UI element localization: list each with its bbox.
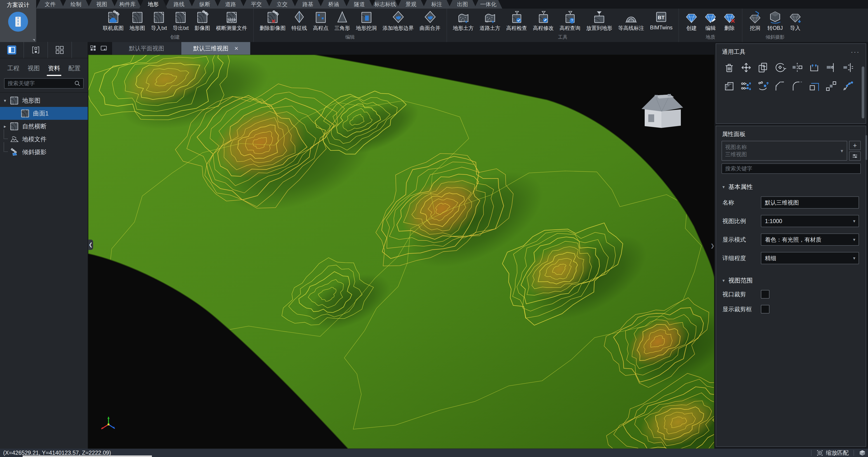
ribbon-button-编辑[interactable]: 编辑 bbox=[701, 8, 720, 32]
collapse-panel-icon[interactable]: ❯ bbox=[711, 241, 714, 250]
ribbon-button-导入[interactable]: 导入 bbox=[786, 8, 805, 32]
select-显示模式[interactable]: 着色：有光照，有材质 bbox=[761, 234, 859, 246]
rotate-icon[interactable] bbox=[774, 61, 786, 74]
app-logo-button[interactable] bbox=[8, 12, 28, 32]
ribbon-button-等高线标注[interactable]: 等高线标注 bbox=[615, 8, 647, 32]
tree-item-倾斜摄影[interactable]: 倾斜摄影 bbox=[0, 146, 88, 158]
tree-item-地形图[interactable]: ▾地形图 bbox=[0, 94, 88, 107]
spline-icon[interactable] bbox=[842, 80, 855, 92]
checkbox-显示裁剪框[interactable] bbox=[761, 305, 770, 313]
menu-tab-一体化[interactable]: 一体化 bbox=[474, 0, 502, 8]
section-header-基本属性[interactable]: ▾基本属性 bbox=[716, 174, 866, 193]
menu-tab-纵断[interactable]: 纵断 bbox=[191, 0, 219, 8]
sidebar-search-input[interactable] bbox=[4, 79, 83, 88]
ribbon-button-添加地形边界[interactable]: 添加地形边界 bbox=[380, 8, 417, 32]
ribbon-button-高程检查[interactable]: 高程检查 bbox=[503, 8, 530, 32]
insert-icon[interactable] bbox=[808, 61, 820, 74]
house-orientation-widget[interactable] bbox=[640, 88, 686, 129]
input-名称[interactable]: 默认三维视图 bbox=[761, 196, 859, 209]
title-expander-icon[interactable] bbox=[33, 39, 35, 41]
chamfer-icon[interactable] bbox=[774, 80, 786, 92]
menu-tab-景观[interactable]: 景观 bbox=[397, 0, 425, 8]
view-tab-默认平面视图[interactable]: 默认平面视图 bbox=[112, 42, 181, 55]
select-视图比例[interactable]: 1:1000 bbox=[761, 215, 859, 227]
tree-item-自然横断[interactable]: ▸自然横断 bbox=[0, 120, 88, 133]
filter-list-icon[interactable] bbox=[849, 151, 861, 161]
menu-tab-标注[interactable]: 标注 bbox=[423, 0, 451, 8]
scale-icon[interactable] bbox=[808, 80, 820, 92]
sidebar-tab-资料[interactable]: 资料 bbox=[47, 60, 61, 77]
menu-tab-桥涵[interactable]: 桥涵 bbox=[320, 0, 348, 8]
more-options-icon[interactable]: ··· bbox=[851, 49, 860, 56]
collapse-sidebar-icon[interactable]: ❮ bbox=[88, 240, 93, 250]
menu-tab-立交[interactable]: 立交 bbox=[268, 0, 296, 8]
properties-scrollbar[interactable] bbox=[865, 135, 867, 160]
ribbon-button-横断测量文件[interactable]: 横断测量文件 bbox=[213, 8, 250, 32]
menu-tab-隧道[interactable]: 隧道 bbox=[345, 0, 373, 8]
align-icon[interactable] bbox=[825, 61, 837, 74]
copy-icon[interactable] bbox=[757, 61, 770, 74]
ribbon-button-转OBJ[interactable]: 转OBJ bbox=[765, 8, 786, 32]
menu-tab-平交[interactable]: 平交 bbox=[242, 0, 270, 8]
delete-icon[interactable] bbox=[723, 61, 736, 74]
fillet-icon[interactable] bbox=[791, 80, 804, 92]
menu-tab-构件库[interactable]: 构件库 bbox=[114, 0, 142, 8]
menu-tab-路线[interactable]: 路线 bbox=[165, 0, 193, 8]
nodes-raise-icon[interactable] bbox=[740, 80, 752, 92]
distribute-icon[interactable] bbox=[842, 61, 855, 74]
section-header-视图范围[interactable]: ▾视图范围 bbox=[716, 267, 866, 287]
menu-tab-绘制[interactable]: 绘制 bbox=[62, 0, 90, 8]
view-cube-button[interactable] bbox=[859, 450, 866, 456]
view-tab-默认三维视图[interactable]: 默认三维视图× bbox=[181, 42, 250, 55]
new-view-window-icon[interactable] bbox=[98, 42, 109, 55]
menu-tab-视图[interactable]: 视图 bbox=[88, 0, 116, 8]
tree-item-地模文件[interactable]: 地模文件 bbox=[0, 133, 88, 146]
ribbon-button-地形图[interactable]: 地形图 bbox=[127, 8, 148, 32]
ribbon-button-特征线[interactable]: 特征线 bbox=[289, 8, 310, 32]
menu-tab-出图[interactable]: 出图 bbox=[448, 0, 476, 8]
tree-expander-right-icon[interactable]: ▸ bbox=[0, 124, 10, 129]
checkbox-视口裁剪[interactable] bbox=[761, 290, 770, 299]
ribbon-button-高程修改[interactable]: 高程修改 bbox=[530, 8, 557, 32]
ribbon-button-BIMTwins[interactable]: BTBIMTwins bbox=[647, 8, 676, 31]
ribbon-button-地形挖洞[interactable]: 地形挖洞 bbox=[353, 8, 380, 32]
menu-tab-路基[interactable]: 路基 bbox=[294, 0, 322, 8]
tools-scrollbar[interactable] bbox=[862, 66, 864, 118]
ribbon-button-道路土方[interactable]: 道路土方 bbox=[477, 8, 503, 32]
ribbon-button-联机底图[interactable]: 联机底图 bbox=[100, 8, 127, 32]
viewport-split-icon[interactable] bbox=[88, 42, 98, 55]
ribbon-button-导出txt[interactable]: 导出txt bbox=[170, 8, 191, 32]
array-icon[interactable] bbox=[825, 80, 837, 92]
ribbon-button-影像图[interactable]: 影像图 bbox=[192, 8, 213, 32]
offset-icon[interactable] bbox=[723, 80, 736, 92]
ribbon-button-高程查询[interactable]: ?高程查询 bbox=[557, 8, 583, 32]
layout-grid-button[interactable] bbox=[48, 42, 72, 58]
menu-tab-道路[interactable]: 道路 bbox=[217, 0, 245, 8]
ribbon-button-删除[interactable]: 删除 bbox=[720, 8, 739, 32]
nodes-arc-icon[interactable] bbox=[757, 80, 770, 92]
properties-search-input[interactable] bbox=[722, 164, 860, 173]
sidebar-tab-视图[interactable]: 视图 bbox=[27, 60, 41, 77]
layout-cascade-button[interactable] bbox=[24, 42, 48, 58]
menu-tab-标志标线[interactable]: 标志标线 bbox=[371, 0, 399, 8]
sidebar-tab-工程[interactable]: 工程 bbox=[6, 60, 20, 77]
sidebar-tab-配置[interactable]: 配置 bbox=[67, 60, 81, 77]
3d-canvas[interactable]: ❮ ❯ bbox=[88, 55, 714, 449]
ribbon-button-高程点[interactable]: 高程点 bbox=[310, 8, 332, 32]
ribbon-button-地形土方[interactable]: 地形土方 bbox=[450, 8, 477, 32]
menu-tab-地形[interactable]: 地形 bbox=[139, 0, 167, 8]
ribbon-button-导入txt[interactable]: 导入txt bbox=[148, 8, 170, 32]
move-icon[interactable] bbox=[740, 61, 752, 74]
ribbon-button-挖洞[interactable]: 挖洞 bbox=[745, 8, 765, 32]
layout-columns-button[interactable] bbox=[0, 42, 24, 58]
close-tab-icon[interactable]: × bbox=[235, 44, 239, 52]
tree-item-曲面1[interactable]: 曲面1 bbox=[0, 107, 88, 120]
tree-expander-down-icon[interactable]: ▾ bbox=[0, 98, 10, 103]
ribbon-button-三角形[interactable]: 三角形 bbox=[332, 8, 353, 32]
add-view-button[interactable]: + bbox=[849, 141, 861, 150]
ribbon-button-曲面合并[interactable]: 曲面合并 bbox=[417, 8, 443, 32]
ribbon-button-创建[interactable]: 创建 bbox=[682, 8, 701, 32]
menu-tab-文件[interactable]: 文件 bbox=[36, 0, 64, 8]
select-详细程度[interactable]: 精细 bbox=[761, 252, 859, 264]
view-selector-dropdown[interactable]: 视图名称 三维视图 ▾ bbox=[721, 141, 847, 161]
